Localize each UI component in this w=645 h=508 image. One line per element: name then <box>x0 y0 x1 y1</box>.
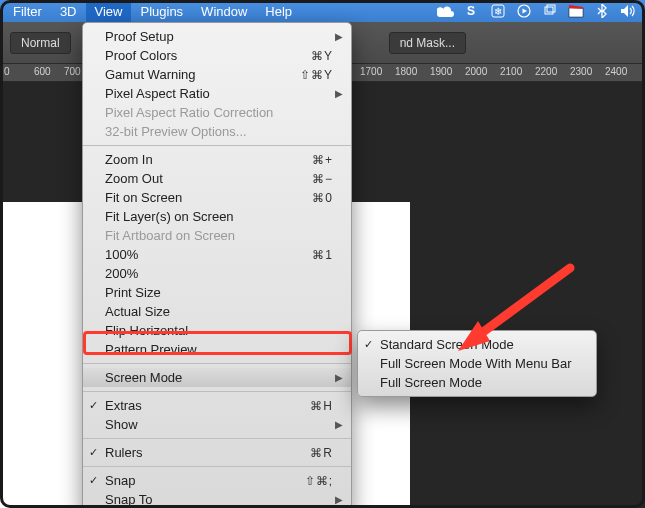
svg-marker-10 <box>621 5 628 17</box>
menu-item-label: Gamut Warning <box>105 67 196 82</box>
menu-shortcut: ⌘Y <box>281 49 333 63</box>
menu-item-label: Fit on Screen <box>105 190 182 205</box>
menu-shortcut: ⌘1 <box>282 248 333 262</box>
menu-item[interactable]: 100%⌘1 <box>83 245 351 264</box>
menu-shortcut: ⌘− <box>282 172 333 186</box>
menu-item[interactable]: Print Size <box>83 283 351 302</box>
chevron-right-icon: ▶ <box>335 494 343 505</box>
menu-item-label: Pattern Preview <box>105 342 197 357</box>
ruler-tick: 2400 <box>605 66 627 77</box>
menu-shortcut: ⌘H <box>280 399 333 413</box>
menu-item[interactable]: Pattern Preview <box>83 340 351 359</box>
chevron-right-icon: ▶ <box>335 372 343 383</box>
menu-shortcut: ⌘+ <box>282 153 333 167</box>
menu-shortcut: ⌘0 <box>282 191 333 205</box>
menu-shortcut: ⌘R <box>280 446 333 460</box>
menu-item-label: 200% <box>105 266 138 281</box>
menu-item[interactable]: Screen Mode▶ <box>83 368 351 387</box>
svg-marker-4 <box>523 9 528 14</box>
ruler-tick: 1900 <box>430 66 452 77</box>
menu-item[interactable]: 200% <box>83 264 351 283</box>
menu-item[interactable]: Fit on Screen⌘0 <box>83 188 351 207</box>
menu-filter[interactable]: Filter <box>4 0 51 22</box>
menu-item: Pixel Aspect Ratio Correction <box>83 103 351 122</box>
menu-item[interactable]: Gamut Warning⇧⌘Y <box>83 65 351 84</box>
ruler-tick: 2000 <box>465 66 487 77</box>
menu-item-label: Zoom In <box>105 152 153 167</box>
menu-shortcut: ⇧⌘Y <box>270 68 333 82</box>
svg-rect-5 <box>545 7 553 14</box>
menu-item[interactable]: Pixel Aspect Ratio▶ <box>83 84 351 103</box>
clapper-icon[interactable] <box>563 4 589 18</box>
snowflake-icon[interactable]: ❄ <box>485 4 511 18</box>
check-icon: ✓ <box>89 446 98 459</box>
menu-item[interactable]: ✓Rulers⌘R <box>83 443 351 462</box>
submenu-item[interactable]: Full Screen Mode With Menu Bar <box>358 354 596 373</box>
menu-item[interactable]: ✓Snap⇧⌘; <box>83 471 351 490</box>
letter-s-icon[interactable]: S <box>459 4 485 18</box>
menu-view[interactable]: View <box>86 0 132 22</box>
menu-3d[interactable]: 3D <box>51 0 86 22</box>
chevron-right-icon: ▶ <box>335 419 343 430</box>
chevron-right-icon: ▶ <box>335 31 343 42</box>
chevron-right-icon: ▶ <box>335 88 343 99</box>
ruler-tick: 0 <box>4 66 10 77</box>
menu-item-label: Snap <box>105 473 135 488</box>
svg-text:S: S <box>467 4 475 18</box>
play-circle-icon[interactable] <box>511 4 537 18</box>
menu-item[interactable]: Proof Setup▶ <box>83 27 351 46</box>
submenu-item-label: Full Screen Mode With Menu Bar <box>380 356 571 371</box>
menu-item[interactable]: Snap To▶ <box>83 490 351 508</box>
svg-rect-6 <box>547 5 555 12</box>
menu-item[interactable]: Show▶ <box>83 415 351 434</box>
svg-text:❄: ❄ <box>494 6 502 17</box>
menu-item[interactable]: ✓Extras⌘H <box>83 396 351 415</box>
menu-item-label: Zoom Out <box>105 171 163 186</box>
check-icon: ✓ <box>89 399 98 412</box>
windows-icon[interactable] <box>537 4 563 18</box>
menu-item[interactable]: Flip Horizontal <box>83 321 351 340</box>
menu-item-label: Proof Setup <box>105 29 174 44</box>
menu-item-label: Snap To <box>105 492 152 507</box>
ruler-tick: 2300 <box>570 66 592 77</box>
ruler-tick: 2200 <box>535 66 557 77</box>
menu-item-label: Flip Horizontal <box>105 323 188 338</box>
submenu-item-label: Full Screen Mode <box>380 375 482 390</box>
menu-item-label: Screen Mode <box>105 370 182 385</box>
menu-item[interactable]: Zoom Out⌘− <box>83 169 351 188</box>
submenu-item-label: Standard Screen Mode <box>380 337 514 352</box>
submenu-item[interactable]: Full Screen Mode <box>358 373 596 392</box>
mac-menu-bar: Filter 3D View Plugins Window Help S ❄ <box>0 0 645 22</box>
ruler-tick: 1800 <box>395 66 417 77</box>
menu-item[interactable]: Zoom In⌘+ <box>83 150 351 169</box>
check-icon: ✓ <box>89 474 98 487</box>
select-and-mask-button[interactable]: nd Mask... <box>389 32 466 54</box>
menu-item-label: Pixel Aspect Ratio Correction <box>105 105 273 120</box>
blend-mode-dropdown[interactable]: Normal <box>10 32 71 54</box>
menu-help[interactable]: Help <box>256 0 301 22</box>
view-menu-dropdown: Proof Setup▶Proof Colors⌘YGamut Warning⇧… <box>82 22 352 508</box>
ruler-tick: 1700 <box>360 66 382 77</box>
screen-mode-submenu: ✓Standard Screen ModeFull Screen Mode Wi… <box>357 330 597 397</box>
menu-item-label: Fit Artboard on Screen <box>105 228 235 243</box>
menu-item[interactable]: Proof Colors⌘Y <box>83 46 351 65</box>
menu-shortcut: ⇧⌘; <box>275 474 333 488</box>
menu-plugins[interactable]: Plugins <box>131 0 192 22</box>
cloud-icon[interactable] <box>433 5 459 17</box>
menu-item: Fit Artboard on Screen <box>83 226 351 245</box>
menu-item-label: Proof Colors <box>105 48 177 63</box>
menu-item-label: Pixel Aspect Ratio <box>105 86 210 101</box>
menu-item[interactable]: Actual Size <box>83 302 351 321</box>
ruler-tick: 700 <box>64 66 81 77</box>
ruler-tick: 2100 <box>500 66 522 77</box>
bluetooth-icon[interactable] <box>589 4 615 18</box>
menu-item-label: Actual Size <box>105 304 170 319</box>
menu-item-label: 32-bit Preview Options... <box>105 124 247 139</box>
menu-item-label: 100% <box>105 247 138 262</box>
menu-item[interactable]: Fit Layer(s) on Screen <box>83 207 351 226</box>
volume-icon[interactable] <box>615 4 641 18</box>
svg-rect-7 <box>569 8 583 17</box>
menu-window[interactable]: Window <box>192 0 256 22</box>
submenu-item[interactable]: ✓Standard Screen Mode <box>358 335 596 354</box>
menu-item-label: Rulers <box>105 445 143 460</box>
